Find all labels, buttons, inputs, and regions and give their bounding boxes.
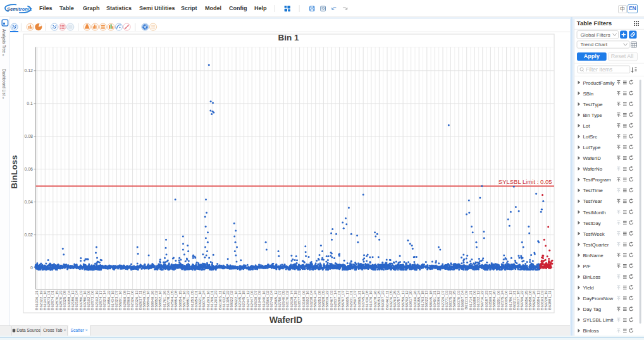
svg-text:Table Filters: Table Filters [577,20,612,27]
svg-text:TestQuarter: TestQuarter [583,242,609,248]
svg-text:SBin: SBin [583,91,593,97]
svg-text:P/F: P/F [583,264,591,269]
svg-text:0.02: 0.02 [24,233,33,237]
svg-text:BinLoss: BinLoss [583,274,601,280]
svg-text:B63881_11: B63881_11 [547,290,552,310]
svg-text:Yield: Yield [583,285,594,291]
svg-text:Bin Type: Bin Type [583,112,602,118]
svg-text:TestDay: TestDay [583,221,601,226]
svg-text:Trend Chart: Trend Chart [581,42,608,47]
svg-text:0.1: 0.1 [27,101,33,106]
svg-text:WaferID: WaferID [269,315,302,325]
svg-text:TestWeek: TestWeek [583,231,605,237]
svg-text:TestType: TestType [583,102,603,107]
svg-text:Lot: Lot [583,123,591,129]
svg-text:ProductFamily: ProductFamily [583,80,615,86]
svg-text:TestTime: TestTime [583,188,603,193]
svg-text:SYLSBL Limit: SYLSBL Limit [583,317,614,323]
svg-text:Semitronix: Semitronix [7,6,32,12]
svg-text:Reset All: Reset All [611,53,634,59]
svg-text:Global Filters: Global Filters [581,32,610,37]
svg-text:Bin 1: Bin 1 [278,33,299,42]
svg-text:WaferID: WaferID [583,155,602,161]
svg-text:0.04: 0.04 [24,200,33,204]
svg-text:TestProgram: TestProgram [583,177,611,183]
svg-text:0.06: 0.06 [24,167,33,171]
svg-text:WaferNo: WaferNo [583,166,603,172]
svg-text:Day Tag: Day Tag [583,307,601,312]
svg-text:SYLSBL Limit : 0.05: SYLSBL Limit : 0.05 [498,178,552,185]
svg-text:DayFromNow: DayFromNow [583,296,614,301]
svg-text:Filter Items: Filter Items [586,66,612,72]
svg-text:BinLoss: BinLoss [10,155,19,188]
svg-text:0.08: 0.08 [24,134,33,138]
svg-text:TestYear: TestYear [583,198,602,204]
svg-text:0: 0 [30,265,33,270]
svg-text:Binloss: Binloss [583,328,599,334]
svg-text:BinName: BinName [583,253,604,258]
svg-text:TestMonth: TestMonth [583,210,606,216]
svg-text:0.12: 0.12 [24,68,33,73]
svg-text:LotType: LotType [583,145,601,150]
svg-text:LotSrc: LotSrc [583,134,598,140]
svg-text:Apply: Apply [584,53,600,59]
